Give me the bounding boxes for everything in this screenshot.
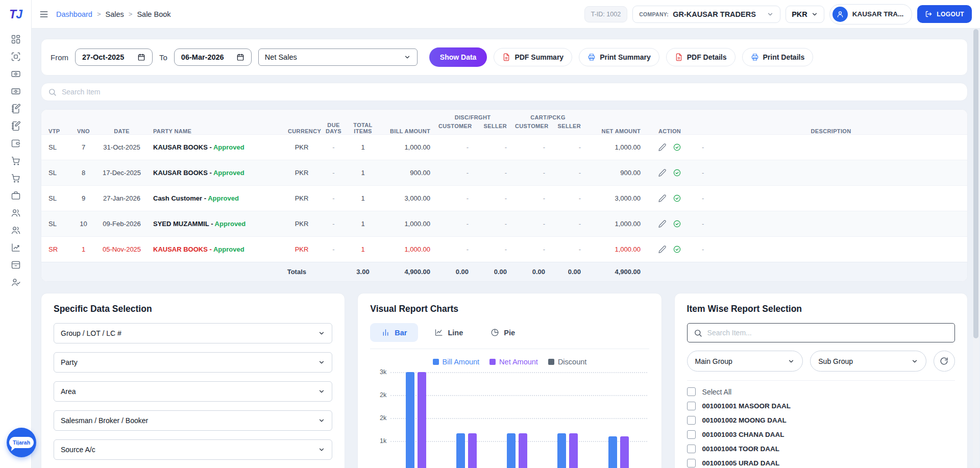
- printer-icon: [587, 53, 596, 61]
- tab-pie-chart[interactable]: Pie: [479, 323, 526, 342]
- edit-pencil-icon[interactable]: [658, 245, 667, 254]
- sidebar-item-inventory[interactable]: [7, 258, 25, 272]
- edit-pencil-icon[interactable]: [658, 219, 667, 228]
- sidebar-item-wallet[interactable]: [7, 137, 25, 150]
- cell-disc-customer: -: [434, 186, 473, 211]
- logout-button[interactable]: LOGOUT: [917, 5, 972, 23]
- edit-pencil-icon[interactable]: [658, 143, 667, 152]
- tab-line-chart[interactable]: Line: [423, 323, 474, 342]
- item-label: 001001005 URAD DAAL: [702, 459, 780, 467]
- checkbox[interactable]: [687, 430, 696, 439]
- hamburger-menu-button[interactable]: [39, 9, 49, 19]
- approve-check-icon[interactable]: [673, 219, 681, 228]
- pdf-summary-button[interactable]: PDF Summary: [494, 48, 572, 66]
- totals-bill: 4,900.00: [378, 262, 434, 282]
- area-select[interactable]: Area: [54, 381, 332, 402]
- pdf-details-button[interactable]: PDF Details: [666, 48, 736, 66]
- cell-description: -: [695, 237, 967, 262]
- salesman-select[interactable]: Salesman / Broker / Booker: [54, 410, 332, 431]
- item-checkbox-row[interactable]: 001001003 CHANA DAAL: [687, 430, 955, 439]
- tijarah-chat-fab[interactable]: Tijarah: [7, 428, 36, 457]
- col-total-items: TOTAL ITEMS: [348, 110, 378, 135]
- briefcase-icon: [11, 190, 21, 201]
- sidebar-item-sales-cart[interactable]: [7, 154, 25, 167]
- party-select[interactable]: Party: [54, 352, 332, 373]
- cell-cart-seller: -: [549, 186, 585, 211]
- page-scrollbar-track[interactable]: [973, 29, 979, 467]
- cell-total-items: 1: [348, 160, 378, 186]
- cell-due-days: -: [320, 186, 348, 211]
- col-description: DESCRIPTION: [695, 110, 967, 135]
- sidebar-item-scan[interactable]: [7, 50, 25, 63]
- item-checkbox-row[interactable]: 001001004 TOOR DAAL: [687, 445, 955, 453]
- cell-disc-customer: -: [434, 237, 473, 262]
- sidebar-item-cash-2[interactable]: [7, 85, 25, 98]
- cell-vno: 7: [69, 135, 97, 160]
- show-data-button[interactable]: Show Data: [429, 47, 487, 67]
- select-all-checkbox-row[interactable]: Select All: [687, 387, 955, 396]
- checkbox[interactable]: [687, 387, 696, 396]
- checkbox[interactable]: [687, 402, 696, 410]
- sidebar-item-journal[interactable]: [7, 102, 25, 115]
- cell-cart-seller: -: [549, 211, 585, 237]
- tab-bar-chart[interactable]: Bar: [370, 323, 418, 342]
- sidebar-item-suppliers[interactable]: [7, 224, 25, 237]
- sidebar-item-briefcase[interactable]: [7, 189, 25, 202]
- sidebar-item-customers[interactable]: [7, 206, 25, 219]
- item-checkbox-row[interactable]: 001001001 MASOOR DAAL: [687, 402, 955, 410]
- checkbox[interactable]: [687, 445, 696, 453]
- item-checkbox-row[interactable]: 001001005 URAD DAAL: [687, 459, 955, 467]
- report-type-select[interactable]: Net Sales: [258, 48, 418, 66]
- print-summary-button[interactable]: Print Summary: [579, 48, 659, 66]
- cell-currency: PKR: [284, 237, 320, 262]
- currency-select[interactable]: PKR: [786, 6, 824, 23]
- sub-group-select[interactable]: Sub Group: [810, 351, 926, 372]
- item-checkbox-row[interactable]: 001001002 MOONG DAAL: [687, 416, 955, 425]
- archive-icon: [11, 260, 21, 270]
- col-disc-customer: CUSTOMER: [434, 120, 473, 135]
- sidebar-item-cash[interactable]: [7, 67, 25, 81]
- checkbox[interactable]: [687, 459, 696, 467]
- approve-check-icon[interactable]: [673, 194, 681, 203]
- totals-disc-customer: 0.00: [434, 262, 473, 282]
- approve-check-icon[interactable]: [673, 143, 681, 152]
- table-row: SR105-Nov-2025KAUSAR BOOKS - ApprovedPKR…: [41, 237, 967, 262]
- item-wise-search-input[interactable]: [707, 329, 948, 337]
- from-date-input[interactable]: 27-Oct-2025: [75, 48, 153, 66]
- cell-net-amount: 1,000.00: [585, 211, 645, 237]
- cell-cart-seller: -: [549, 135, 585, 160]
- sidebar-item-reports[interactable]: [7, 241, 25, 254]
- refresh-button[interactable]: [934, 351, 955, 372]
- sidebar-item-journal-2[interactable]: [7, 119, 25, 133]
- search-input[interactable]: [62, 88, 961, 96]
- user-menu[interactable]: KAUSAR TRA...: [829, 4, 913, 24]
- sidebar-item-purchase-cart[interactable]: [7, 171, 25, 185]
- group-lot-lc-select[interactable]: Group / LOT / LC #: [54, 323, 332, 343]
- table-body: SL731-Oct-2025KAUSAR BOOKS - ApprovedPKR…: [41, 135, 967, 282]
- to-date-input[interactable]: 06-Mar-2026: [174, 48, 252, 66]
- edit-pencil-icon[interactable]: [658, 194, 667, 203]
- pdf-file-icon: [502, 53, 510, 61]
- edit-pencil-icon[interactable]: [658, 168, 667, 177]
- page-scrollbar-thumb[interactable]: [973, 29, 978, 338]
- company-select[interactable]: COMPANY: GR-KAUSAR TRADERS: [632, 6, 780, 23]
- chart-gridline: [390, 395, 647, 396]
- status-badge: Approved: [208, 194, 239, 202]
- sidebar-item-dashboard[interactable]: [7, 33, 25, 46]
- breadcrumb-sales[interactable]: Sales: [106, 10, 124, 18]
- breadcrumb-dashboard-link[interactable]: Dashboard: [56, 10, 92, 18]
- totals-cart-customer: 0.00: [511, 262, 549, 282]
- chart-bar-bill-amount: [456, 433, 465, 468]
- checkbox[interactable]: [687, 416, 696, 425]
- sidebar-item-user-check[interactable]: [7, 276, 25, 289]
- print-details-button[interactable]: Print Details: [742, 48, 814, 66]
- y-axis-tick-label: 1k: [370, 437, 386, 445]
- approve-check-icon[interactable]: [673, 168, 681, 177]
- totals-disc-seller: 0.00: [473, 262, 511, 282]
- legend-bill-amount: Bill Amount: [433, 358, 480, 366]
- cell-party: KAUSAR BOOKS - Approved: [146, 237, 284, 262]
- chart-trending-icon: [11, 242, 21, 253]
- approve-check-icon[interactable]: [673, 245, 681, 254]
- source-ac-select[interactable]: Source A/c: [54, 439, 332, 460]
- main-group-select[interactable]: Main Group: [687, 351, 803, 372]
